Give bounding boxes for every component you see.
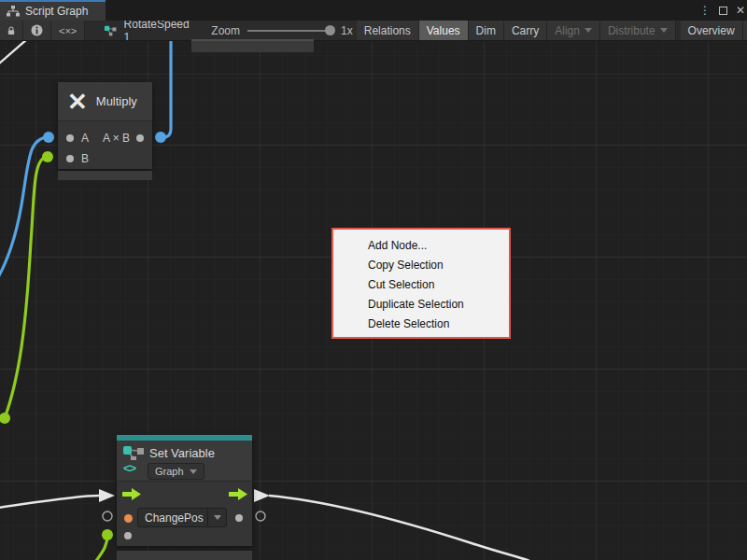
- distribute-button[interactable]: Distribute: [600, 21, 676, 40]
- window-close-icon[interactable]: ✕: [736, 4, 745, 17]
- tab-title: Script Graph: [25, 5, 88, 18]
- graph-asset-icon: [104, 24, 117, 37]
- input-port-a[interactable]: [66, 134, 74, 142]
- lock-icon: [7, 25, 15, 36]
- chevron-down-icon: [214, 515, 221, 520]
- wire-green-input-b: [5, 157, 48, 418]
- multiply-footer: [58, 171, 152, 180]
- scope-label: Graph: [155, 466, 184, 477]
- toolbar-gap: [85, 21, 96, 40]
- port-row: B: [66, 148, 144, 169]
- canvas-context-menu: Add Node... Copy Selection Cut Selection…: [331, 228, 511, 339]
- graph-toolbar: <×> RotateSpeed 1 Zoom 1x Relations Valu…: [0, 21, 747, 41]
- menu-item-duplicate-selection[interactable]: Duplicate Selection: [333, 295, 509, 315]
- flow-arrowhead: [99, 489, 115, 502]
- multiply-body: A A × B B: [58, 121, 152, 169]
- input-port-b[interactable]: [66, 155, 74, 162]
- window-maximize-icon[interactable]: [719, 7, 727, 15]
- wire-endpoint-green: [102, 529, 113, 540]
- info-icon: [31, 24, 43, 36]
- values-label: Values: [427, 24, 460, 37]
- carry-button[interactable]: Carry: [504, 21, 547, 40]
- setvar-header[interactable]: <> Set Variable Graph: [117, 441, 252, 482]
- zoom-slider-handle[interactable]: [325, 25, 335, 35]
- code-icon: <×>: [59, 25, 77, 36]
- graph-tree-icon: [7, 6, 20, 17]
- distribute-label: Distribute: [608, 24, 655, 37]
- graph-breadcrumb[interactable]: RotateSpeed 1: [96, 21, 198, 40]
- node-title: Set Variable: [149, 446, 215, 460]
- lock-button[interactable]: [0, 21, 23, 40]
- inspect-button[interactable]: [23, 21, 51, 40]
- offscreen-node-fragment: [191, 39, 314, 52]
- values-button[interactable]: Values: [419, 21, 469, 40]
- node-set-variable[interactable]: <> Set Variable Graph ChangePos: [117, 435, 252, 546]
- wire-white-flow-in: [0, 496, 99, 508]
- zoom-control: Zoom 1x: [198, 21, 356, 40]
- node-title: Multiply: [96, 94, 137, 108]
- carry-label: Carry: [512, 24, 539, 37]
- variable-name-port[interactable]: [124, 514, 133, 523]
- window-controls: ⋮ ✕: [699, 0, 745, 21]
- port-label: A: [81, 132, 89, 145]
- dropdown-caret-box: [207, 509, 226, 526]
- tab-script-graph[interactable]: Script Graph: [0, 0, 106, 21]
- wire-white-flow-out: [269, 496, 529, 560]
- zoom-value: 1x: [341, 24, 353, 37]
- port-label: B: [81, 152, 89, 165]
- flow-arrowhead: [254, 489, 270, 502]
- code-icon: <>: [123, 461, 135, 475]
- setvar-footer: [117, 551, 252, 560]
- overview-label: Overview: [688, 24, 735, 37]
- dim-button[interactable]: Dim: [469, 21, 504, 40]
- zoom-label: Zoom: [211, 24, 240, 37]
- multiply-header[interactable]: ✕ Multiply: [58, 82, 152, 121]
- chevron-down-icon: [585, 28, 592, 33]
- fullscreen-button[interactable]: Full Screen: [743, 21, 747, 40]
- wire-blue-output: [161, 41, 171, 137]
- window-menu-icon[interactable]: ⋮: [699, 4, 711, 17]
- output-value-port[interactable]: [235, 514, 243, 522]
- relations-label: Relations: [364, 24, 411, 37]
- chevron-down-icon: [660, 28, 668, 33]
- graph-canvas[interactable]: ✕ Multiply A A × B B: [0, 41, 747, 560]
- variable-name: ChangePos: [138, 511, 207, 525]
- multiply-icon: ✕: [67, 90, 88, 114]
- flow-input-arrow[interactable]: [122, 488, 142, 500]
- script-graph-window: Script Graph ⋮ ✕ <×>: [0, 0, 747, 560]
- zoom-slider[interactable]: [247, 30, 333, 32]
- menu-item-add-node[interactable]: Add Node...: [333, 236, 509, 256]
- wire-endpoint-green: [42, 151, 53, 162]
- variable-name-dropdown[interactable]: ChangePos: [137, 508, 227, 527]
- flow-output-arrow[interactable]: [229, 488, 248, 500]
- tab-bar: Script Graph ⋮ ✕: [0, 0, 747, 21]
- menu-item-delete-selection[interactable]: Delete Selection: [333, 315, 509, 334]
- node-multiply[interactable]: ✕ Multiply A A × B B: [58, 82, 152, 169]
- overview-button[interactable]: Overview: [681, 21, 743, 40]
- dim-label: Dim: [476, 24, 496, 37]
- input-value-port[interactable]: [124, 532, 132, 539]
- variable-scope-dropdown[interactable]: Graph: [148, 463, 204, 480]
- wire-endpoint-blue: [43, 132, 54, 143]
- menu-item-copy-selection[interactable]: Copy Selection: [333, 256, 509, 275]
- chevron-down-icon: [190, 469, 197, 474]
- wire-endpoint-blue: [155, 132, 166, 143]
- graph-ref-label: RotateSpeed 1: [124, 21, 191, 41]
- relations-button[interactable]: Relations: [357, 21, 419, 40]
- port-label: A × B: [103, 132, 130, 145]
- wire-endpoint-green: [0, 413, 10, 424]
- align-label: Align: [555, 24, 580, 37]
- output-port-result[interactable]: [136, 134, 144, 142]
- port-row: A A × B: [66, 128, 144, 148]
- unconnected-port-ring[interactable]: [256, 511, 265, 521]
- code-preview-button[interactable]: <×>: [51, 21, 85, 40]
- align-button[interactable]: Align: [547, 21, 600, 40]
- setvar-body: ChangePos: [117, 482, 252, 546]
- menu-item-cut-selection[interactable]: Cut Selection: [333, 275, 509, 295]
- wire-white-topleft: [0, 41, 27, 64]
- variable-row: ChangePos: [117, 508, 252, 528]
- unconnected-port-ring[interactable]: [103, 511, 112, 521]
- set-variable-icon: [122, 445, 147, 460]
